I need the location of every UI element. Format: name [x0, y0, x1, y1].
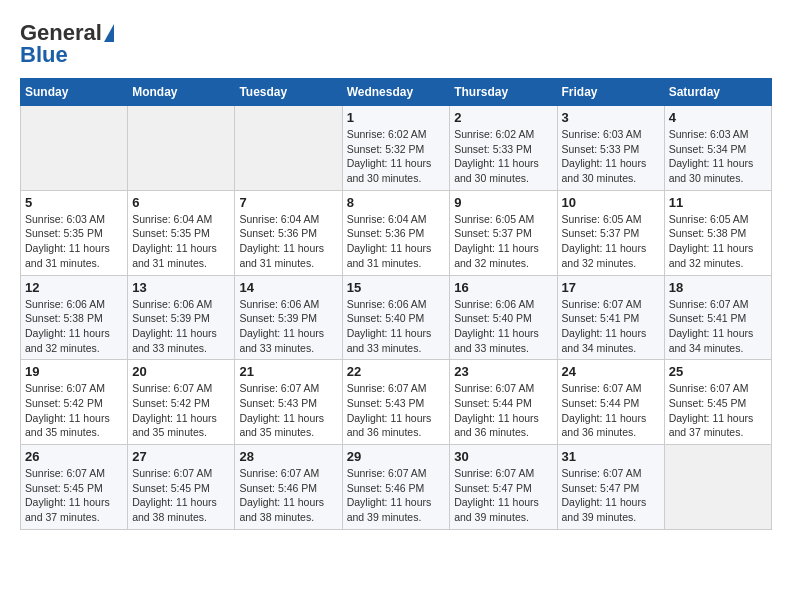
calendar-cell: 13Sunrise: 6:06 AMSunset: 5:39 PMDayligh… — [128, 275, 235, 360]
day-info: Sunrise: 6:07 AMSunset: 5:42 PMDaylight:… — [25, 381, 123, 440]
sunset-text: Sunset: 5:33 PM — [562, 142, 660, 157]
daylight-text: Daylight: 11 hours and 32 minutes. — [454, 241, 552, 270]
day-info: Sunrise: 6:07 AMSunset: 5:44 PMDaylight:… — [562, 381, 660, 440]
day-number: 2 — [454, 110, 552, 125]
sunset-text: Sunset: 5:39 PM — [132, 311, 230, 326]
calendar-cell: 12Sunrise: 6:06 AMSunset: 5:38 PMDayligh… — [21, 275, 128, 360]
daylight-text: Daylight: 11 hours and 39 minutes. — [454, 495, 552, 524]
day-number: 13 — [132, 280, 230, 295]
calendar-cell: 26Sunrise: 6:07 AMSunset: 5:45 PMDayligh… — [21, 445, 128, 530]
daylight-text: Daylight: 11 hours and 32 minutes. — [25, 326, 123, 355]
calendar-cell: 14Sunrise: 6:06 AMSunset: 5:39 PMDayligh… — [235, 275, 342, 360]
sunset-text: Sunset: 5:40 PM — [454, 311, 552, 326]
header-cell-sunday: Sunday — [21, 79, 128, 106]
sunset-text: Sunset: 5:43 PM — [239, 396, 337, 411]
page-header: General Blue — [20, 20, 772, 68]
sunrise-text: Sunrise: 6:03 AM — [669, 127, 767, 142]
calendar-body: 1Sunrise: 6:02 AMSunset: 5:32 PMDaylight… — [21, 106, 772, 530]
daylight-text: Daylight: 11 hours and 36 minutes. — [347, 411, 446, 440]
daylight-text: Daylight: 11 hours and 31 minutes. — [132, 241, 230, 270]
day-number: 4 — [669, 110, 767, 125]
calendar-week-0: 1Sunrise: 6:02 AMSunset: 5:32 PMDaylight… — [21, 106, 772, 191]
day-number: 18 — [669, 280, 767, 295]
day-info: Sunrise: 6:04 AMSunset: 5:36 PMDaylight:… — [239, 212, 337, 271]
calendar-cell: 6Sunrise: 6:04 AMSunset: 5:35 PMDaylight… — [128, 190, 235, 275]
sunset-text: Sunset: 5:32 PM — [347, 142, 446, 157]
day-info: Sunrise: 6:05 AMSunset: 5:37 PMDaylight:… — [454, 212, 552, 271]
sunrise-text: Sunrise: 6:03 AM — [562, 127, 660, 142]
sunrise-text: Sunrise: 6:07 AM — [562, 297, 660, 312]
sunset-text: Sunset: 5:37 PM — [562, 226, 660, 241]
day-number: 22 — [347, 364, 446, 379]
sunset-text: Sunset: 5:42 PM — [25, 396, 123, 411]
header-cell-saturday: Saturday — [664, 79, 771, 106]
day-info: Sunrise: 6:06 AMSunset: 5:38 PMDaylight:… — [25, 297, 123, 356]
calendar-cell: 15Sunrise: 6:06 AMSunset: 5:40 PMDayligh… — [342, 275, 450, 360]
day-info: Sunrise: 6:06 AMSunset: 5:39 PMDaylight:… — [132, 297, 230, 356]
calendar-cell: 22Sunrise: 6:07 AMSunset: 5:43 PMDayligh… — [342, 360, 450, 445]
sunset-text: Sunset: 5:39 PM — [239, 311, 337, 326]
day-info: Sunrise: 6:07 AMSunset: 5:47 PMDaylight:… — [454, 466, 552, 525]
calendar-cell: 29Sunrise: 6:07 AMSunset: 5:46 PMDayligh… — [342, 445, 450, 530]
sunrise-text: Sunrise: 6:03 AM — [25, 212, 123, 227]
daylight-text: Daylight: 11 hours and 39 minutes. — [347, 495, 446, 524]
daylight-text: Daylight: 11 hours and 35 minutes. — [239, 411, 337, 440]
sunset-text: Sunset: 5:45 PM — [669, 396, 767, 411]
calendar-header: SundayMondayTuesdayWednesdayThursdayFrid… — [21, 79, 772, 106]
daylight-text: Daylight: 11 hours and 34 minutes. — [669, 326, 767, 355]
sunset-text: Sunset: 5:40 PM — [347, 311, 446, 326]
day-number: 25 — [669, 364, 767, 379]
day-info: Sunrise: 6:07 AMSunset: 5:41 PMDaylight:… — [669, 297, 767, 356]
calendar-cell: 17Sunrise: 6:07 AMSunset: 5:41 PMDayligh… — [557, 275, 664, 360]
day-number: 15 — [347, 280, 446, 295]
calendar-cell — [235, 106, 342, 191]
daylight-text: Daylight: 11 hours and 30 minutes. — [347, 156, 446, 185]
sunset-text: Sunset: 5:37 PM — [454, 226, 552, 241]
day-info: Sunrise: 6:07 AMSunset: 5:45 PMDaylight:… — [669, 381, 767, 440]
daylight-text: Daylight: 11 hours and 38 minutes. — [132, 495, 230, 524]
calendar-cell: 18Sunrise: 6:07 AMSunset: 5:41 PMDayligh… — [664, 275, 771, 360]
day-number: 3 — [562, 110, 660, 125]
day-info: Sunrise: 6:07 AMSunset: 5:47 PMDaylight:… — [562, 466, 660, 525]
sunrise-text: Sunrise: 6:07 AM — [239, 466, 337, 481]
sunrise-text: Sunrise: 6:07 AM — [239, 381, 337, 396]
sunrise-text: Sunrise: 6:06 AM — [454, 297, 552, 312]
day-info: Sunrise: 6:04 AMSunset: 5:35 PMDaylight:… — [132, 212, 230, 271]
sunrise-text: Sunrise: 6:07 AM — [132, 381, 230, 396]
day-number: 14 — [239, 280, 337, 295]
daylight-text: Daylight: 11 hours and 32 minutes. — [669, 241, 767, 270]
sunrise-text: Sunrise: 6:07 AM — [669, 297, 767, 312]
calendar-week-4: 26Sunrise: 6:07 AMSunset: 5:45 PMDayligh… — [21, 445, 772, 530]
day-number: 5 — [25, 195, 123, 210]
sunrise-text: Sunrise: 6:06 AM — [132, 297, 230, 312]
sunset-text: Sunset: 5:47 PM — [562, 481, 660, 496]
daylight-text: Daylight: 11 hours and 32 minutes. — [562, 241, 660, 270]
day-number: 10 — [562, 195, 660, 210]
sunrise-text: Sunrise: 6:07 AM — [669, 381, 767, 396]
sunrise-text: Sunrise: 6:07 AM — [562, 466, 660, 481]
calendar-cell: 8Sunrise: 6:04 AMSunset: 5:36 PMDaylight… — [342, 190, 450, 275]
daylight-text: Daylight: 11 hours and 31 minutes. — [25, 241, 123, 270]
sunset-text: Sunset: 5:33 PM — [454, 142, 552, 157]
daylight-text: Daylight: 11 hours and 38 minutes. — [239, 495, 337, 524]
calendar-cell: 4Sunrise: 6:03 AMSunset: 5:34 PMDaylight… — [664, 106, 771, 191]
sunset-text: Sunset: 5:45 PM — [25, 481, 123, 496]
calendar-cell — [21, 106, 128, 191]
sunset-text: Sunset: 5:44 PM — [454, 396, 552, 411]
sunrise-text: Sunrise: 6:05 AM — [669, 212, 767, 227]
day-info: Sunrise: 6:07 AMSunset: 5:41 PMDaylight:… — [562, 297, 660, 356]
calendar-cell: 11Sunrise: 6:05 AMSunset: 5:38 PMDayligh… — [664, 190, 771, 275]
sunrise-text: Sunrise: 6:06 AM — [239, 297, 337, 312]
daylight-text: Daylight: 11 hours and 39 minutes. — [562, 495, 660, 524]
daylight-text: Daylight: 11 hours and 36 minutes. — [454, 411, 552, 440]
logo-triangle-icon — [104, 24, 114, 42]
day-number: 6 — [132, 195, 230, 210]
sunrise-text: Sunrise: 6:05 AM — [454, 212, 552, 227]
day-info: Sunrise: 6:02 AMSunset: 5:32 PMDaylight:… — [347, 127, 446, 186]
sunset-text: Sunset: 5:41 PM — [562, 311, 660, 326]
day-number: 29 — [347, 449, 446, 464]
calendar-cell — [128, 106, 235, 191]
daylight-text: Daylight: 11 hours and 30 minutes. — [454, 156, 552, 185]
calendar-cell — [664, 445, 771, 530]
day-info: Sunrise: 6:03 AMSunset: 5:33 PMDaylight:… — [562, 127, 660, 186]
